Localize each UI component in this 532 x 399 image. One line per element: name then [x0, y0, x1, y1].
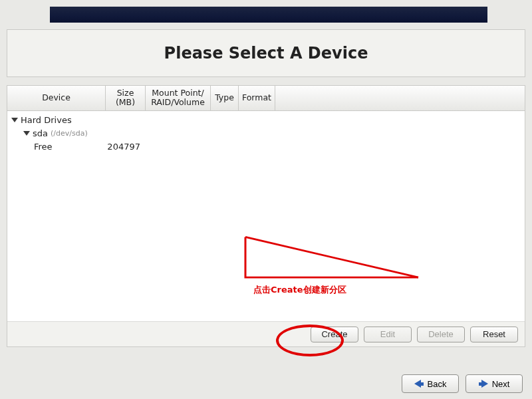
tree-free-size: 204797 — [106, 142, 146, 152]
next-button[interactable]: Next — [466, 374, 523, 393]
back-label: Back — [428, 379, 447, 389]
expand-icon[interactable] — [23, 131, 30, 136]
svg-line-0 — [245, 237, 418, 277]
edit-button[interactable]: Edit — [364, 327, 412, 342]
table-row[interactable]: Hard Drives — [7, 114, 525, 127]
create-button[interactable]: Create — [311, 327, 358, 342]
nav-bar: Back Next — [0, 368, 532, 399]
col-device[interactable]: Device — [7, 86, 106, 110]
table-row[interactable]: Free 204797 — [7, 140, 525, 154]
table-toolbar: Create Edit Delete Reset — [7, 321, 525, 346]
next-label: Next — [492, 379, 510, 389]
back-button[interactable]: Back — [402, 374, 459, 393]
col-rest — [275, 86, 525, 110]
header-panel: Please Select A Device — [7, 29, 525, 77]
col-mount[interactable]: Mount Point/ RAID/Volume — [146, 86, 211, 110]
annotation-text: 点击Create创建新分区 — [253, 284, 346, 296]
device-table: Device Size (MB) Mount Point/ RAID/Volum… — [7, 85, 525, 347]
table-body: Hard Drives sda (/dev/sda) Free 204797 点… — [7, 111, 525, 321]
table-header: Device Size (MB) Mount Point/ RAID/Volum… — [7, 86, 525, 111]
tree-free-label: Free — [34, 142, 53, 152]
table-row[interactable]: sda (/dev/sda) — [7, 127, 525, 140]
col-type[interactable]: Type — [211, 86, 239, 110]
title-bar — [50, 7, 487, 23]
reset-button[interactable]: Reset — [470, 327, 518, 342]
tree-root-label: Hard Drives — [21, 115, 72, 125]
col-format[interactable]: Format — [239, 86, 275, 110]
arrow-right-icon — [479, 380, 488, 388]
tree-disk-aux: (/dev/sda) — [51, 129, 88, 138]
tree-disk-label: sda — [33, 128, 48, 138]
delete-button[interactable]: Delete — [417, 327, 465, 342]
arrow-left-icon — [414, 380, 424, 388]
col-size[interactable]: Size (MB) — [106, 86, 146, 110]
page-title: Please Select A Device — [164, 44, 368, 63]
expand-icon[interactable] — [11, 118, 18, 122]
